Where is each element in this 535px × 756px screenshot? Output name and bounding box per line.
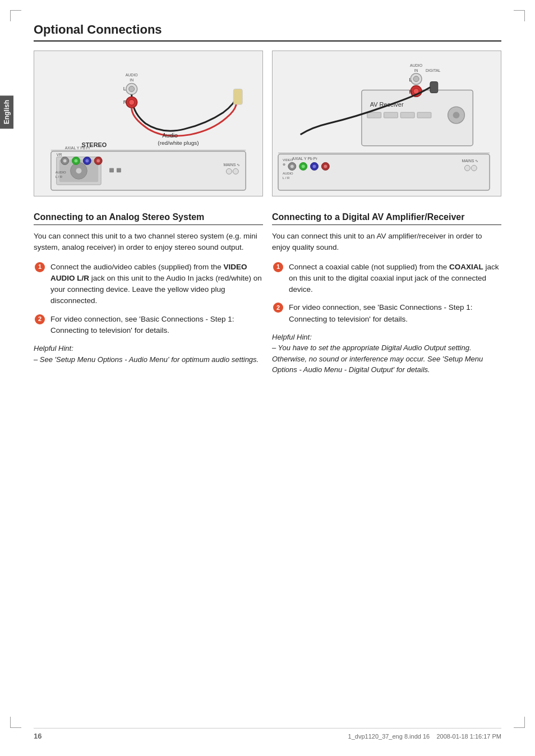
svg-point-11 xyxy=(63,159,67,163)
left-hint-text: – See 'Setup Menu Options - Audio Menu' … xyxy=(34,354,263,365)
svg-text:IN: IN xyxy=(130,78,133,82)
right-hint-label: Helpful Hint: xyxy=(272,333,312,341)
diagram-analog: VR AXIAL Y Pb Pr AUDIO L / R MAINS ∿ xyxy=(34,51,263,196)
svg-point-64 xyxy=(313,164,316,168)
right-column: Connecting to a Digital AV Amplifier/Rec… xyxy=(272,212,501,375)
svg-text:L: L xyxy=(123,86,126,91)
svg-point-44 xyxy=(453,112,460,118)
left-step-2-text: For video connection, see 'Basic Connect… xyxy=(50,314,263,337)
right-step-2: 2 For video connection, see 'Basic Conne… xyxy=(272,302,501,325)
right-step-number-2: 2 xyxy=(272,302,284,325)
left-step-2: 2 For video connection, see 'Basic Conne… xyxy=(34,314,263,337)
svg-text:STEREO: STEREO xyxy=(81,141,107,148)
svg-rect-41 xyxy=(400,112,414,118)
svg-rect-7 xyxy=(117,168,121,172)
diagram-digital-svg: AV Receiver AUDIO IN DIGITAL L xyxy=(273,51,501,196)
svg-point-26 xyxy=(129,86,135,92)
step-circle-2: 2 xyxy=(35,314,45,324)
svg-text:AXIAL  Y   Pb   Pr: AXIAL Y Pb Pr xyxy=(292,157,318,161)
svg-point-71 xyxy=(471,165,477,171)
svg-point-60 xyxy=(290,164,294,168)
svg-rect-54 xyxy=(430,82,438,93)
english-tab: English xyxy=(0,95,13,129)
step-number-1: 1 xyxy=(34,262,46,307)
svg-text:L: L xyxy=(409,77,412,83)
page-footer: 16 1_dvp1120_37_eng 8.indd 16 2008-01-18… xyxy=(34,728,501,740)
left-step-1-text: Connect the audio/video cables (supplied… xyxy=(50,262,263,307)
svg-rect-40 xyxy=(384,112,398,118)
footer-file: 1_dvp1120_37_eng 8.indd 16 xyxy=(348,733,430,740)
svg-text:MAINS ∿: MAINS ∿ xyxy=(223,163,240,167)
svg-rect-6 xyxy=(109,168,114,172)
svg-text:L / R: L / R xyxy=(283,176,290,180)
svg-point-62 xyxy=(302,164,305,168)
svg-point-49 xyxy=(413,76,419,82)
svg-text:AUDIO: AUDIO xyxy=(410,63,423,67)
right-helpful-hint: Helpful Hint: – You have to set the appr… xyxy=(272,332,501,375)
svg-text:AUDIO: AUDIO xyxy=(56,171,66,174)
svg-point-30 xyxy=(129,99,135,105)
step-number-2: 2 xyxy=(34,314,46,337)
left-section-intro: You can connect this unit to a two chann… xyxy=(34,231,263,254)
svg-text:R: R xyxy=(409,89,413,95)
svg-text:AUDIO: AUDIO xyxy=(126,73,139,77)
right-step-1-text: Connect a coaxial cable (not supplied) f… xyxy=(289,262,501,296)
svg-text:MAINS ∿: MAINS ∿ xyxy=(462,159,478,163)
svg-point-15 xyxy=(85,159,89,163)
diagram-digital: AV Receiver AUDIO IN DIGITAL L xyxy=(272,51,501,196)
svg-point-70 xyxy=(464,165,470,171)
svg-text:DIGITAL: DIGITAL xyxy=(426,68,441,72)
svg-text:IN: IN xyxy=(414,68,418,72)
page-number: 16 xyxy=(34,732,41,740)
footer-date: 2008-01-18 1:16:17 PM xyxy=(436,733,501,740)
right-step-circle-2: 2 xyxy=(273,303,283,313)
right-step-number-1: 1 xyxy=(272,262,284,296)
corner-mark-bl xyxy=(10,717,21,728)
right-step-2-text: For video connection, see 'Basic Connect… xyxy=(289,302,501,325)
content-row: Connecting to an Analog Stereo System Yo… xyxy=(34,212,501,375)
svg-text:VR: VR xyxy=(57,153,62,157)
diagram-analog-svg: VR AXIAL Y Pb Pr AUDIO L / R MAINS ∿ xyxy=(34,51,262,196)
diagrams-row: VR AXIAL Y Pb Pr AUDIO L / R MAINS ∿ xyxy=(34,51,501,196)
svg-rect-28 xyxy=(233,89,242,104)
right-section-title: Connecting to a Digital AV Amplifier/Rec… xyxy=(272,212,501,225)
corner-mark-tl xyxy=(10,10,21,21)
svg-point-17 xyxy=(96,159,100,163)
svg-point-21 xyxy=(226,168,232,174)
right-step-1: 1 Connect a coaxial cable (not supplied)… xyxy=(272,262,501,296)
corner-mark-br xyxy=(514,717,525,728)
right-step-circle-1: 1 xyxy=(273,262,283,272)
svg-rect-42 xyxy=(417,112,431,118)
svg-text:R: R xyxy=(123,99,127,105)
svg-text:AUDIO: AUDIO xyxy=(283,172,293,175)
svg-rect-39 xyxy=(367,112,381,118)
left-hint-label: Helpful Hint: xyxy=(34,344,73,352)
svg-point-5 xyxy=(76,168,82,173)
svg-text:⊕: ⊕ xyxy=(283,163,285,166)
svg-text:(red/white plugs): (red/white plugs) xyxy=(158,140,199,146)
svg-point-13 xyxy=(75,159,78,163)
left-column: Connecting to an Analog Stereo System Yo… xyxy=(34,212,263,375)
left-section-title: Connecting to an Analog Stereo System xyxy=(34,212,263,225)
svg-point-22 xyxy=(233,168,238,174)
corner-mark-tr xyxy=(514,10,525,21)
svg-point-66 xyxy=(324,164,327,168)
left-helpful-hint: Helpful Hint: – See 'Setup Menu Options … xyxy=(34,343,263,365)
svg-text:L / R: L / R xyxy=(56,175,63,178)
page-title: Optional Connections xyxy=(34,22,501,42)
step-circle-1: 1 xyxy=(35,262,45,272)
left-step-1: 1 Connect the audio/video cables (suppli… xyxy=(34,262,263,307)
svg-text:Audio: Audio xyxy=(162,132,178,139)
right-section-intro: You can connect this unit to an AV ampli… xyxy=(272,231,501,254)
footer-file-info: 1_dvp1120_37_eng 8.indd 16 2008-01-18 1:… xyxy=(348,733,501,740)
right-hint-text: – You have to set the appropriate Digita… xyxy=(272,342,501,375)
